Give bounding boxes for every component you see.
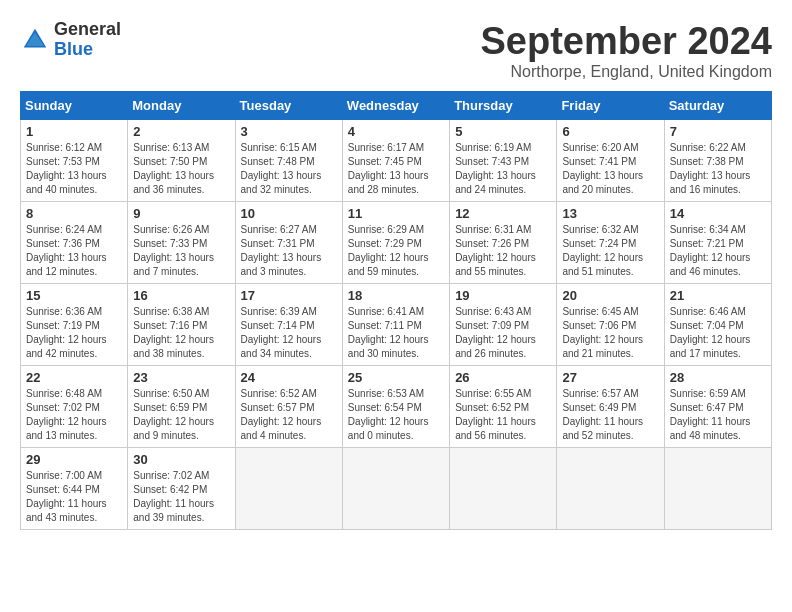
- day-number: 29: [26, 452, 122, 467]
- calendar-cell: 14Sunrise: 6:34 AM Sunset: 7:21 PM Dayli…: [664, 202, 771, 284]
- week-row-1: 1Sunrise: 6:12 AM Sunset: 7:53 PM Daylig…: [21, 120, 772, 202]
- day-number: 26: [455, 370, 551, 385]
- calendar-cell: [450, 448, 557, 530]
- calendar-cell: 20Sunrise: 6:45 AM Sunset: 7:06 PM Dayli…: [557, 284, 664, 366]
- week-row-3: 15Sunrise: 6:36 AM Sunset: 7:19 PM Dayli…: [21, 284, 772, 366]
- day-number: 19: [455, 288, 551, 303]
- day-number: 27: [562, 370, 658, 385]
- day-number: 14: [670, 206, 766, 221]
- day-info: Sunrise: 6:57 AM Sunset: 6:49 PM Dayligh…: [562, 387, 658, 443]
- calendar-cell: [557, 448, 664, 530]
- day-info: Sunrise: 6:29 AM Sunset: 7:29 PM Dayligh…: [348, 223, 444, 279]
- logo: General Blue: [20, 20, 121, 60]
- day-number: 13: [562, 206, 658, 221]
- day-info: Sunrise: 6:27 AM Sunset: 7:31 PM Dayligh…: [241, 223, 337, 279]
- month-title: September 2024: [481, 20, 773, 63]
- day-number: 18: [348, 288, 444, 303]
- location-title: Northorpe, England, United Kingdom: [481, 63, 773, 81]
- weekday-header-row: SundayMondayTuesdayWednesdayThursdayFrid…: [21, 92, 772, 120]
- calendar-table: SundayMondayTuesdayWednesdayThursdayFrid…: [20, 91, 772, 530]
- day-info: Sunrise: 6:50 AM Sunset: 6:59 PM Dayligh…: [133, 387, 229, 443]
- weekday-header-saturday: Saturday: [664, 92, 771, 120]
- calendar-cell: [235, 448, 342, 530]
- day-number: 17: [241, 288, 337, 303]
- day-number: 25: [348, 370, 444, 385]
- calendar-cell: 18Sunrise: 6:41 AM Sunset: 7:11 PM Dayli…: [342, 284, 449, 366]
- day-info: Sunrise: 6:46 AM Sunset: 7:04 PM Dayligh…: [670, 305, 766, 361]
- day-info: Sunrise: 6:22 AM Sunset: 7:38 PM Dayligh…: [670, 141, 766, 197]
- day-number: 8: [26, 206, 122, 221]
- day-number: 30: [133, 452, 229, 467]
- day-number: 20: [562, 288, 658, 303]
- calendar-cell: 6Sunrise: 6:20 AM Sunset: 7:41 PM Daylig…: [557, 120, 664, 202]
- calendar-cell: 26Sunrise: 6:55 AM Sunset: 6:52 PM Dayli…: [450, 366, 557, 448]
- weekday-header-monday: Monday: [128, 92, 235, 120]
- day-number: 6: [562, 124, 658, 139]
- logo-icon: [20, 25, 50, 55]
- calendar-cell: [342, 448, 449, 530]
- day-info: Sunrise: 6:52 AM Sunset: 6:57 PM Dayligh…: [241, 387, 337, 443]
- day-info: Sunrise: 6:34 AM Sunset: 7:21 PM Dayligh…: [670, 223, 766, 279]
- calendar-cell: 16Sunrise: 6:38 AM Sunset: 7:16 PM Dayli…: [128, 284, 235, 366]
- day-number: 4: [348, 124, 444, 139]
- calendar-cell: 11Sunrise: 6:29 AM Sunset: 7:29 PM Dayli…: [342, 202, 449, 284]
- day-number: 23: [133, 370, 229, 385]
- day-info: Sunrise: 6:20 AM Sunset: 7:41 PM Dayligh…: [562, 141, 658, 197]
- week-row-2: 8Sunrise: 6:24 AM Sunset: 7:36 PM Daylig…: [21, 202, 772, 284]
- calendar-cell: 22Sunrise: 6:48 AM Sunset: 7:02 PM Dayli…: [21, 366, 128, 448]
- week-row-5: 29Sunrise: 7:00 AM Sunset: 6:44 PM Dayli…: [21, 448, 772, 530]
- day-number: 5: [455, 124, 551, 139]
- day-number: 3: [241, 124, 337, 139]
- calendar-cell: 12Sunrise: 6:31 AM Sunset: 7:26 PM Dayli…: [450, 202, 557, 284]
- weekday-header-wednesday: Wednesday: [342, 92, 449, 120]
- day-info: Sunrise: 6:36 AM Sunset: 7:19 PM Dayligh…: [26, 305, 122, 361]
- calendar-cell: [664, 448, 771, 530]
- weekday-header-sunday: Sunday: [21, 92, 128, 120]
- day-number: 9: [133, 206, 229, 221]
- day-number: 12: [455, 206, 551, 221]
- day-number: 10: [241, 206, 337, 221]
- calendar-cell: 27Sunrise: 6:57 AM Sunset: 6:49 PM Dayli…: [557, 366, 664, 448]
- day-number: 1: [26, 124, 122, 139]
- calendar-cell: 24Sunrise: 6:52 AM Sunset: 6:57 PM Dayli…: [235, 366, 342, 448]
- calendar-cell: 8Sunrise: 6:24 AM Sunset: 7:36 PM Daylig…: [21, 202, 128, 284]
- day-info: Sunrise: 6:41 AM Sunset: 7:11 PM Dayligh…: [348, 305, 444, 361]
- calendar-cell: 4Sunrise: 6:17 AM Sunset: 7:45 PM Daylig…: [342, 120, 449, 202]
- day-info: Sunrise: 6:13 AM Sunset: 7:50 PM Dayligh…: [133, 141, 229, 197]
- day-number: 11: [348, 206, 444, 221]
- day-info: Sunrise: 6:17 AM Sunset: 7:45 PM Dayligh…: [348, 141, 444, 197]
- weekday-header-tuesday: Tuesday: [235, 92, 342, 120]
- weekday-header-thursday: Thursday: [450, 92, 557, 120]
- calendar-cell: 30Sunrise: 7:02 AM Sunset: 6:42 PM Dayli…: [128, 448, 235, 530]
- day-info: Sunrise: 6:24 AM Sunset: 7:36 PM Dayligh…: [26, 223, 122, 279]
- calendar-cell: 3Sunrise: 6:15 AM Sunset: 7:48 PM Daylig…: [235, 120, 342, 202]
- calendar-cell: 13Sunrise: 6:32 AM Sunset: 7:24 PM Dayli…: [557, 202, 664, 284]
- calendar-cell: 1Sunrise: 6:12 AM Sunset: 7:53 PM Daylig…: [21, 120, 128, 202]
- day-info: Sunrise: 6:12 AM Sunset: 7:53 PM Dayligh…: [26, 141, 122, 197]
- day-number: 22: [26, 370, 122, 385]
- calendar-cell: 28Sunrise: 6:59 AM Sunset: 6:47 PM Dayli…: [664, 366, 771, 448]
- title-section: September 2024 Northorpe, England, Unite…: [481, 20, 773, 81]
- day-number: 24: [241, 370, 337, 385]
- calendar-cell: 21Sunrise: 6:46 AM Sunset: 7:04 PM Dayli…: [664, 284, 771, 366]
- calendar-cell: 9Sunrise: 6:26 AM Sunset: 7:33 PM Daylig…: [128, 202, 235, 284]
- calendar-cell: 7Sunrise: 6:22 AM Sunset: 7:38 PM Daylig…: [664, 120, 771, 202]
- week-row-4: 22Sunrise: 6:48 AM Sunset: 7:02 PM Dayli…: [21, 366, 772, 448]
- day-info: Sunrise: 6:19 AM Sunset: 7:43 PM Dayligh…: [455, 141, 551, 197]
- day-info: Sunrise: 6:53 AM Sunset: 6:54 PM Dayligh…: [348, 387, 444, 443]
- day-info: Sunrise: 6:38 AM Sunset: 7:16 PM Dayligh…: [133, 305, 229, 361]
- weekday-header-friday: Friday: [557, 92, 664, 120]
- calendar-cell: 25Sunrise: 6:53 AM Sunset: 6:54 PM Dayli…: [342, 366, 449, 448]
- calendar-cell: 5Sunrise: 6:19 AM Sunset: 7:43 PM Daylig…: [450, 120, 557, 202]
- calendar-cell: 23Sunrise: 6:50 AM Sunset: 6:59 PM Dayli…: [128, 366, 235, 448]
- day-info: Sunrise: 6:59 AM Sunset: 6:47 PM Dayligh…: [670, 387, 766, 443]
- day-number: 2: [133, 124, 229, 139]
- calendar-cell: 2Sunrise: 6:13 AM Sunset: 7:50 PM Daylig…: [128, 120, 235, 202]
- calendar-cell: 19Sunrise: 6:43 AM Sunset: 7:09 PM Dayli…: [450, 284, 557, 366]
- calendar-cell: 29Sunrise: 7:00 AM Sunset: 6:44 PM Dayli…: [21, 448, 128, 530]
- day-number: 7: [670, 124, 766, 139]
- day-number: 15: [26, 288, 122, 303]
- day-number: 16: [133, 288, 229, 303]
- logo-text: General Blue: [54, 20, 121, 60]
- day-info: Sunrise: 6:32 AM Sunset: 7:24 PM Dayligh…: [562, 223, 658, 279]
